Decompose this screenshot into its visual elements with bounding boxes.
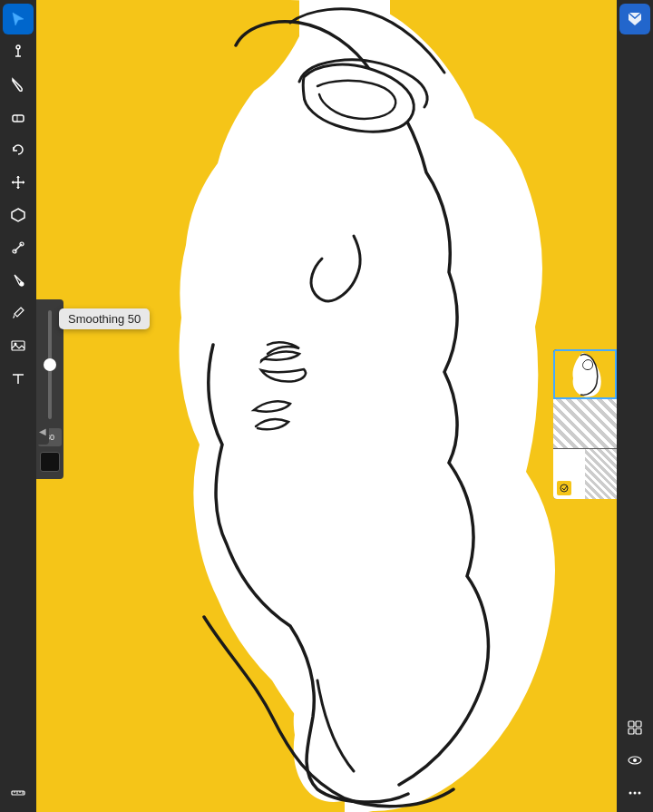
smoothing-tooltip: Smoothing 50 bbox=[59, 308, 150, 329]
layer-item-3[interactable] bbox=[553, 449, 617, 499]
svg-point-27 bbox=[629, 792, 632, 795]
tool-brush[interactable] bbox=[3, 69, 34, 100]
canvas-drawing bbox=[36, 0, 617, 812]
brush-color-swatch[interactable] bbox=[40, 452, 60, 472]
svg-rect-3 bbox=[13, 115, 24, 122]
svg-point-10 bbox=[20, 282, 24, 287]
tool-undo[interactable] bbox=[3, 134, 34, 165]
svg-rect-23 bbox=[629, 729, 634, 734]
svg-rect-21 bbox=[629, 721, 634, 727]
svg-rect-22 bbox=[636, 721, 641, 727]
right-tool-grid[interactable] bbox=[619, 712, 650, 743]
svg-point-0 bbox=[16, 45, 20, 49]
layers-panel bbox=[553, 349, 617, 499]
right-tool-eye[interactable] bbox=[619, 745, 650, 776]
tool-eyedropper[interactable] bbox=[3, 298, 34, 328]
tool-shape[interactable] bbox=[3, 200, 34, 230]
brush-slider[interactable] bbox=[48, 310, 52, 419]
layer-item-2[interactable] bbox=[553, 399, 617, 449]
layer-item-1[interactable] bbox=[553, 349, 617, 399]
tool-move[interactable] bbox=[3, 167, 34, 198]
tool-image[interactable] bbox=[3, 330, 34, 361]
layer-thumbnail-1 bbox=[555, 351, 615, 397]
tool-fill[interactable] bbox=[3, 265, 34, 296]
svg-marker-7 bbox=[12, 209, 24, 221]
right-tool-more[interactable] bbox=[619, 778, 650, 808]
layer-thumbnail-2 bbox=[553, 399, 617, 448]
svg-point-29 bbox=[638, 792, 641, 795]
tool-magic[interactable] bbox=[3, 232, 34, 263]
tool-eraser[interactable] bbox=[3, 102, 34, 132]
right-toolbar bbox=[617, 0, 653, 812]
tool-ruler[interactable] bbox=[3, 778, 34, 808]
collapse-panel-arrow[interactable]: ◀ bbox=[36, 417, 49, 445]
svg-point-31 bbox=[560, 484, 568, 492]
svg-rect-11 bbox=[12, 341, 24, 350]
left-toolbar bbox=[0, 0, 36, 812]
svg-point-26 bbox=[633, 758, 637, 762]
app-logo bbox=[619, 4, 650, 34]
svg-point-28 bbox=[634, 792, 637, 795]
tool-text[interactable] bbox=[3, 363, 34, 394]
tool-pen[interactable] bbox=[3, 36, 34, 67]
tool-select[interactable] bbox=[3, 4, 34, 34]
svg-rect-24 bbox=[636, 729, 641, 734]
brush-slider-thumb[interactable] bbox=[44, 358, 56, 371]
